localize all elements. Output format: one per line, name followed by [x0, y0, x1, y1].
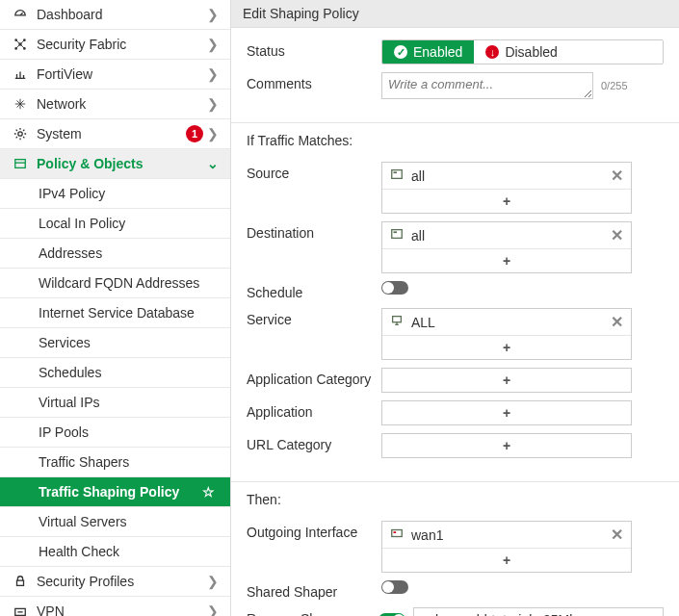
url-cat-add-button[interactable]: + [381, 433, 632, 458]
subnav-ipv4-policy[interactable]: IPv4 Policy [0, 179, 230, 209]
status-toggle: ✓Enabled ↓Disabled [381, 39, 664, 64]
network-icon [12, 97, 29, 111]
subnav-addresses[interactable]: Addresses [0, 239, 230, 269]
service-label: Service [247, 308, 381, 327]
svg-rect-9 [392, 170, 403, 179]
svg-rect-12 [394, 231, 398, 233]
service-box: ALL ✕ + [381, 308, 632, 360]
out-if-box: wan1 ✕ + [381, 521, 632, 573]
destination-item[interactable]: all ✕ [382, 222, 631, 248]
source-label: Source [247, 162, 381, 181]
address-icon [390, 227, 405, 244]
schedule-label: Schedule [247, 281, 381, 300]
down-icon: ↓ [485, 45, 499, 59]
nav-security-profiles[interactable]: Security Profiles ❯ [0, 567, 230, 597]
nav-label: FortiView [37, 66, 207, 82]
nav-label: VPN [37, 603, 207, 616]
app-cat-add-button[interactable]: + [381, 368, 632, 393]
svg-rect-11 [392, 230, 403, 239]
svg-point-5 [18, 132, 22, 136]
lock-icon [12, 575, 29, 588]
status-disabled-button[interactable]: ↓Disabled [474, 40, 568, 64]
remove-icon[interactable]: ✕ [611, 313, 623, 331]
remove-icon[interactable]: ✕ [611, 226, 623, 244]
interface-icon [390, 526, 405, 543]
source-add-button[interactable]: + [382, 189, 631, 213]
chevron-right-icon: ❯ [207, 66, 219, 82]
subnav-local-in-policy[interactable]: Local In Policy [0, 209, 230, 239]
subnav-isdb[interactable]: Internet Service Database [0, 298, 230, 328]
subnav-ip-pools[interactable]: IP Pools [0, 418, 230, 448]
nav-system[interactable]: System 1 ❯ [0, 119, 230, 149]
nav-policy-objects[interactable]: Policy & Objects ⌄ [0, 149, 230, 179]
app-add-button[interactable]: + [381, 400, 632, 425]
chevron-right-icon: ❯ [207, 574, 219, 589]
subnav-services[interactable]: Services [0, 328, 230, 358]
shared-shaper-toggle[interactable] [381, 580, 408, 594]
status-enabled-button[interactable]: ✓Enabled [382, 40, 474, 64]
badge: 1 [186, 125, 203, 142]
svg-rect-13 [393, 317, 402, 322]
source-box: all ✕ + [381, 162, 632, 214]
main-panel: Edit Shaping Policy Status ✓Enabled ↓Dis… [231, 0, 679, 616]
check-icon: ✓ [394, 45, 407, 59]
svg-rect-14 [392, 530, 403, 537]
gear-icon [12, 127, 29, 141]
service-item[interactable]: ALL ✕ [382, 309, 631, 335]
chevron-right-icon: ❯ [207, 126, 219, 141]
fabric-icon [12, 38, 29, 51]
shared-shaper-label: Shared Shaper [247, 580, 381, 600]
out-if-label: Outgoing Interface [247, 521, 381, 540]
nav-network[interactable]: Network ❯ [0, 90, 230, 119]
nav-label: Security Fabric [37, 37, 207, 52]
sidebar: Dashboard ❯ Security Fabric ❯ FortiView … [0, 0, 231, 616]
dashboard-icon [12, 8, 29, 21]
nav-vpn[interactable]: VPN ❯ [0, 597, 230, 616]
subnav-health-check[interactable]: Health Check [0, 537, 230, 567]
page-title: Edit Shaping Policy [231, 0, 679, 28]
address-icon [390, 167, 405, 184]
nav-label: System [37, 126, 207, 141]
nav-fortiview[interactable]: FortiView ❯ [0, 60, 230, 90]
subnav-virtual-ips[interactable]: Virtual IPs [0, 388, 230, 418]
reverse-shaper-label: Reverse Shaper [247, 607, 379, 616]
svg-rect-15 [394, 531, 397, 533]
svg-rect-7 [17, 580, 24, 585]
reverse-shaper-dropdown[interactable]: cyberworld-tutorials-25Mbps ▼ [413, 607, 664, 616]
subnav-wildcard-fqdn[interactable]: Wildcard FQDN Addresses [0, 269, 230, 298]
comments-label: Comments [247, 72, 381, 91]
comments-counter: 0/255 [601, 80, 628, 91]
out-if-add-button[interactable]: + [382, 548, 631, 572]
subnav-traffic-shaping-policy[interactable]: Traffic Shaping Policy☆ [0, 477, 230, 507]
subnav-schedules[interactable]: Schedules [0, 358, 230, 388]
chart-icon [12, 67, 29, 81]
service-icon [390, 314, 405, 330]
app-label: Application [247, 400, 381, 420]
star-icon[interactable]: ☆ [202, 484, 215, 500]
svg-rect-10 [394, 171, 398, 173]
app-cat-label: Application Category [247, 368, 381, 387]
chevron-right-icon: ❯ [207, 96, 219, 112]
subnav-virtual-servers[interactable]: Virtual Servers [0, 507, 230, 537]
vpn-icon [12, 604, 29, 616]
service-add-button[interactable]: + [382, 335, 631, 359]
chevron-right-icon: ❯ [207, 7, 219, 22]
comments-input[interactable] [381, 72, 593, 99]
subnav-traffic-shapers[interactable]: Traffic Shapers [0, 448, 230, 477]
destination-box: all ✕ + [381, 221, 632, 273]
nav-dashboard[interactable]: Dashboard ❯ [0, 0, 230, 30]
status-label: Status [247, 39, 381, 59]
remove-icon[interactable]: ✕ [611, 526, 623, 544]
chevron-down-icon: ⌄ [207, 156, 219, 171]
nav-label: Policy & Objects [37, 156, 207, 171]
destination-add-button[interactable]: + [382, 248, 631, 272]
nav-label: Dashboard [37, 7, 207, 22]
nav-label: Security Profiles [37, 574, 207, 589]
source-item[interactable]: all ✕ [382, 163, 631, 189]
schedule-toggle[interactable] [381, 281, 408, 295]
chevron-right-icon: ❯ [207, 37, 219, 52]
chevron-right-icon: ❯ [207, 603, 219, 616]
nav-security-fabric[interactable]: Security Fabric ❯ [0, 30, 230, 60]
out-if-item[interactable]: wan1 ✕ [382, 522, 631, 548]
remove-icon[interactable]: ✕ [611, 167, 623, 185]
